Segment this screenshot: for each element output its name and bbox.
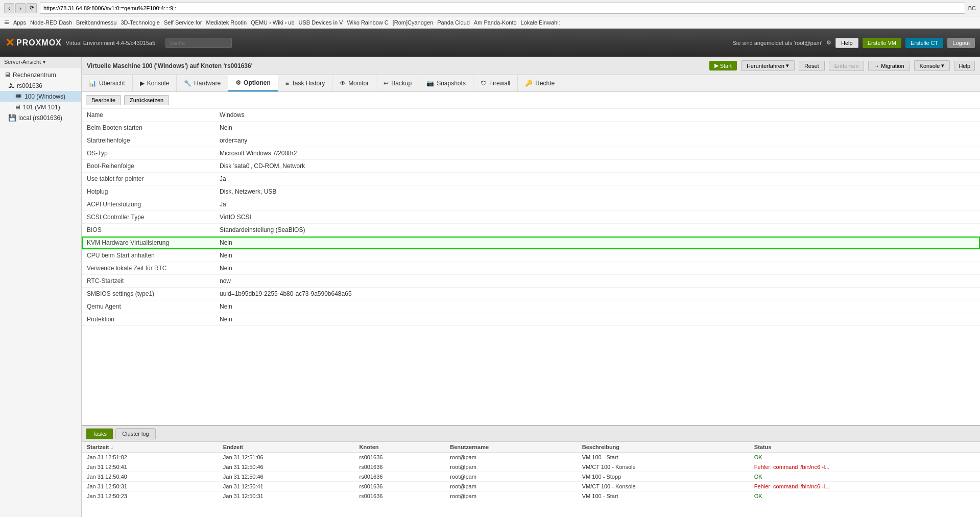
task-cell-1-2: rs001636 [354, 462, 445, 472]
task-cell-2-3: root@pam [445, 472, 577, 482]
sidebar-item-vm100[interactable]: 💻100 (Windows) [0, 91, 81, 102]
task-row[interactable]: Jan 31 12:50:41Jan 31 12:50:46rs001636ro… [82, 462, 980, 472]
options-table-row[interactable]: ProtektionNein [82, 313, 980, 326]
nav-label-5: Monitor [348, 80, 369, 87]
option-value-3: Microsoft Windows 7/2008r2 [214, 147, 980, 160]
task-row[interactable]: Jan 31 12:50:40Jan 31 12:50:46rs001636ro… [82, 472, 980, 482]
nav-item-rechte[interactable]: 🔑Rechte [518, 75, 562, 91]
nav-label-7: Snapshots [437, 80, 466, 87]
options-table-row[interactable]: ACPI UnterstützungJa [82, 198, 980, 211]
bookmark-item-5[interactable]: Mediatek Rootin [206, 19, 247, 26]
bookmark-item-4[interactable]: Self Service for [164, 19, 202, 26]
task-header-3[interactable]: Benutzername [445, 442, 577, 453]
options-table-row[interactable]: Verwende lokale Zeit für RTCNein [82, 262, 980, 275]
bookmark-item-6[interactable]: QEMU › Wiki › ub [251, 19, 295, 26]
create-vm-button[interactable]: Erstelle VM [863, 38, 901, 48]
vm-title: Virtuelle Maschine 100 ('Windows') auf K… [87, 62, 705, 69]
sidebar-item-rs001636[interactable]: 🖧rs001636 [0, 80, 81, 91]
task-header-2[interactable]: Knoten [354, 442, 445, 453]
konsole-button[interactable]: Konsole ▾ [914, 60, 950, 71]
task-status-3: Fehler: command '/bin/nc6 -l... [749, 482, 980, 491]
options-table-row[interactable]: SMBIOS settings (type1)uuid=1b95db19-225… [82, 288, 980, 300]
bookmark-item-9[interactable]: [Rom]Cyanogen [393, 19, 434, 26]
task-row[interactable]: Jan 31 12:50:31Jan 31 12:50:41rs001636ro… [82, 482, 980, 491]
sidebar-item-vm101[interactable]: 🖥101 (VM 101) [0, 102, 81, 112]
options-table-row[interactable]: SCSI Controller TypeVirtIO SCSI [82, 211, 980, 224]
start-button[interactable]: ▶ Start [709, 61, 737, 70]
options-table-row[interactable]: Use tablet for pointerJa [82, 173, 980, 185]
nav-item-task-history[interactable]: ≡Task History [278, 75, 332, 91]
url-bar[interactable] [40, 3, 965, 14]
herunterfahren-button[interactable]: Herunterfahren ▾ [741, 60, 795, 71]
option-value-8: VirtIO SCSI [214, 211, 980, 224]
bookmark-item-1[interactable]: Node-RED Dash‍ [30, 19, 72, 26]
bookmark-item-12[interactable]: Lokale Einwahl: [521, 19, 560, 26]
herunterfahren-dropdown-icon[interactable]: ▾ [786, 62, 789, 69]
vm-help-button[interactable]: Help [954, 61, 975, 71]
reload-button[interactable]: ⟳ [27, 3, 37, 13]
nav-item-backup[interactable]: ↩Backup [376, 75, 419, 91]
bookmark-item-3[interactable]: 3D-Technologie [121, 19, 160, 26]
sidebar-item-rechenzentrum[interactable]: 🖥Rechenzentrum [0, 69, 81, 80]
reset-button[interactable]: Reset [799, 61, 825, 71]
search-input[interactable] [165, 38, 232, 48]
bookmark-item-7[interactable]: USB Devices in V [299, 19, 343, 26]
zuruecksetzen-button[interactable]: Zurücksetzen [124, 95, 169, 105]
nav-label-8: Firewall [489, 80, 510, 87]
options-panel: Bearbeite Zurücksetzen NameWindowsBeim B… [82, 92, 980, 425]
help-header-button[interactable]: Help [835, 38, 858, 48]
options-table-row[interactable]: BIOSStandardeinstellung (SeaBIOS) [82, 224, 980, 237]
option-name-6: Hotplug [82, 185, 214, 198]
forward-button[interactable]: › [15, 3, 26, 13]
bookmark-item-10[interactable]: Panda Cloud [437, 19, 470, 26]
options-table-row[interactable]: OS-TypMicrosoft Windows 7/2008r2 [82, 147, 980, 160]
nav-item-firewall[interactable]: 🛡Firewall [473, 75, 518, 91]
task-row[interactable]: Jan 31 12:51:02Jan 31 12:51:06rs001636ro… [82, 453, 980, 462]
option-value-16: Nein [214, 313, 980, 326]
options-table-row[interactable]: HotplugDisk, Netzwerk, USB [82, 185, 980, 198]
nav-item-übersicht[interactable]: 📊Übersicht [82, 75, 133, 91]
task-status-1: Fehler: command '/bin/nc6 -l... [749, 462, 980, 472]
task-cell-3-1: Jan 31 12:50:41 [218, 482, 354, 491]
migration-button[interactable]: → Migration [868, 61, 910, 71]
task-header-0[interactable]: Startzeit ↓ [82, 442, 218, 453]
tab-tasks[interactable]: Tasks [86, 428, 113, 439]
sidebar-dropdown-icon[interactable]: ▾ [43, 59, 45, 65]
apps-bookmark[interactable]: ☰ [4, 19, 9, 26]
browser-actions: BC [968, 5, 976, 11]
nav-label-1: Konsole [147, 80, 169, 87]
task-header-1[interactable]: Endzeit [218, 442, 354, 453]
nav-icon-8: 🛡 [481, 80, 487, 87]
sidebar-item-local[interactable]: 💾local (rs001636) [0, 112, 81, 123]
task-row[interactable]: Jan 31 12:50:23Jan 31 12:50:31rs001636ro… [82, 491, 980, 501]
options-table-row[interactable]: Startreihenfolgeorder=any [82, 134, 980, 147]
bookmark-item-11[interactable]: Am Panda-Konto [474, 19, 517, 26]
options-table-row[interactable]: Qemu AgentNein [82, 300, 980, 313]
bookmark-item-8[interactable]: Wiko Rainbow C [347, 19, 388, 26]
nav-icon-0: 📊 [89, 80, 97, 87]
task-header-5[interactable]: Status [749, 442, 980, 453]
bearbeite-button[interactable]: Bearbeite [86, 95, 121, 105]
back-button[interactable]: ‹ [4, 3, 14, 13]
nav-item-monitor[interactable]: 👁Monitor [332, 75, 376, 91]
nav-item-snapshots[interactable]: 📷Snapshots [419, 75, 473, 91]
bookmark-item-2[interactable]: Breitbandmessu [76, 19, 117, 26]
options-table-row[interactable]: Boot-ReihenfolgeDisk 'sata0', CD-ROM, Ne… [82, 160, 980, 173]
nav-item-hardware[interactable]: 🔧Hardware [177, 75, 228, 91]
task-header-4[interactable]: Beschreibung [577, 442, 749, 453]
konsole-dropdown-icon[interactable]: ▾ [941, 62, 944, 69]
options-table-row[interactable]: Beim Booten startenNein [82, 122, 980, 134]
options-table-row[interactable]: NameWindows [82, 109, 980, 122]
entfernen-button[interactable]: Entfernen [829, 61, 865, 71]
nav-icon-6: ↩ [384, 80, 389, 87]
create-ct-button[interactable]: Erstelle CT [905, 38, 943, 48]
logout-button[interactable]: Logout [947, 38, 975, 48]
nav-item-optionen[interactable]: ⚙Optionen [228, 75, 278, 91]
settings-icon[interactable]: ⚙ [826, 39, 831, 46]
options-table-row[interactable]: CPU beim Start anhaltenNein [82, 249, 980, 262]
nav-item-konsole[interactable]: ▶Konsole [133, 75, 177, 91]
tab-clusterlog[interactable]: Cluster log [115, 428, 156, 439]
options-table-row[interactable]: RTC-Startzeitnow [82, 275, 980, 288]
options-table-row[interactable]: KVM Hardware-VirtualisierungNein [82, 237, 980, 249]
bookmark-item-0[interactable]: Apps [13, 19, 26, 26]
